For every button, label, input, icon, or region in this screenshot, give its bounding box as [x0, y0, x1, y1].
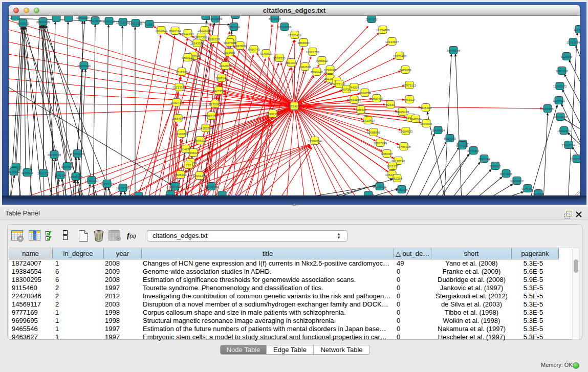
svg-text:9242845: 9242845 [219, 64, 231, 68]
svg-text:20206538: 20206538 [48, 154, 61, 157]
svg-text:2803144: 2803144 [215, 77, 228, 80]
svg-text:9463627: 9463627 [403, 98, 416, 101]
svg-text:19654923: 19654923 [399, 130, 413, 133]
svg-text:9699695: 9699695 [420, 122, 432, 125]
svg-text:15751074: 15751074 [567, 41, 580, 44]
svg-text:10025438: 10025438 [396, 111, 409, 114]
svg-text:1864090: 1864090 [297, 41, 310, 45]
svg-text:12975115: 12975115 [403, 84, 417, 87]
svg-text:16033809: 16033809 [209, 17, 223, 20]
svg-text:924565: 924565 [533, 192, 544, 195]
svg-text:8454749: 8454749 [248, 48, 260, 51]
svg-text:14136141: 14136141 [373, 185, 387, 188]
svg-text:7632621: 7632621 [489, 165, 502, 168]
svg-text:12213967: 12213967 [385, 40, 399, 43]
svg-text:1527602: 1527602 [89, 19, 101, 23]
svg-text:1117364: 1117364 [574, 28, 580, 31]
svg-text:1733426: 1733426 [396, 188, 408, 191]
svg-text:2718126: 2718126 [176, 71, 188, 74]
svg-text:16154808: 16154808 [376, 29, 390, 32]
svg-text:9857791: 9857791 [169, 185, 181, 188]
svg-text:3822037: 3822037 [285, 61, 297, 64]
svg-text:25300235: 25300235 [266, 113, 280, 116]
svg-text:1167533: 1167533 [571, 158, 580, 161]
svg-text:12093572: 12093572 [553, 85, 567, 88]
svg-text:10688609: 10688609 [367, 131, 381, 134]
svg-text:19654944: 19654944 [171, 117, 185, 120]
svg-text:9084067: 9084067 [381, 152, 393, 156]
svg-text:8427552: 8427552 [212, 90, 225, 93]
svg-text:62160: 62160 [386, 103, 395, 106]
svg-text:10654112: 10654112 [510, 180, 524, 183]
svg-text:8990448: 8990448 [311, 71, 323, 74]
svg-text:1292344: 1292344 [164, 193, 177, 196]
svg-text:20691406: 20691406 [36, 20, 50, 24]
svg-text:8471626: 8471626 [500, 172, 512, 176]
svg-text:9827506: 9827506 [195, 36, 207, 39]
svg-text:2342737: 2342737 [37, 172, 50, 175]
svg-text:7625402: 7625402 [175, 173, 187, 177]
svg-text:9245652: 9245652 [521, 187, 534, 190]
svg-text:10973493: 10973493 [393, 55, 407, 58]
svg-text:7955812: 7955812 [316, 59, 328, 62]
svg-text:2935114: 2935114 [478, 158, 491, 161]
svg-text:19106827: 19106827 [175, 133, 189, 136]
svg-text:1905572: 1905572 [17, 22, 29, 25]
svg-text:1145194: 1145194 [55, 174, 67, 177]
svg-text:16648784: 16648784 [447, 49, 461, 52]
svg-text:9329966: 9329966 [560, 55, 573, 58]
svg-text:10961758: 10961758 [306, 51, 320, 54]
svg-text:6877123: 6877123 [456, 144, 468, 147]
svg-text:8960124: 8960124 [169, 30, 181, 33]
svg-text:3915941: 3915941 [9, 170, 20, 173]
svg-text:1615132: 1615132 [386, 165, 399, 168]
svg-text:15720407: 15720407 [361, 119, 375, 122]
svg-text:3875685: 3875685 [223, 51, 235, 54]
svg-text:17359928: 17359928 [71, 152, 84, 156]
svg-text:17957253: 17957253 [85, 179, 99, 182]
svg-text:19756928: 19756928 [397, 145, 411, 148]
svg-text:1156829: 1156829 [21, 171, 34, 174]
svg-text:1649584: 1649584 [409, 118, 422, 121]
svg-text:3997588: 3997588 [61, 165, 73, 168]
svg-text:10958107: 10958107 [100, 183, 114, 186]
svg-text:2367606: 2367606 [234, 45, 246, 48]
svg-text:7357224: 7357224 [228, 26, 240, 29]
svg-text:15716485: 15716485 [205, 185, 219, 188]
svg-text:7485083: 7485083 [399, 69, 411, 72]
svg-text:18807249: 18807249 [374, 142, 387, 145]
svg-text:8912954: 8912954 [182, 32, 194, 35]
svg-text:9474444: 9474444 [467, 149, 480, 152]
svg-text:28226058: 28226058 [198, 29, 212, 32]
svg-text:746206: 746206 [349, 86, 360, 89]
svg-text:1090733: 1090733 [170, 101, 183, 104]
svg-text:15692971: 15692971 [557, 129, 571, 133]
svg-text:7663822: 7663822 [155, 29, 167, 32]
svg-text:9146821: 9146821 [260, 52, 272, 55]
svg-text:157: 157 [186, 164, 191, 167]
svg-text:8215955: 8215955 [541, 107, 554, 111]
svg-text:16671355: 16671355 [129, 22, 143, 25]
svg-text:2588520: 2588520 [273, 57, 286, 60]
svg-text:8267150: 8267150 [205, 115, 217, 118]
svg-text:29053346: 29053346 [77, 64, 91, 68]
svg-text:14353594: 14353594 [199, 127, 213, 130]
svg-text:3624554: 3624554 [359, 92, 371, 95]
svg-text:6794028: 6794028 [324, 69, 336, 72]
svg-text:16543382: 16543382 [190, 42, 204, 45]
svg-text:2087682: 2087682 [365, 18, 378, 21]
svg-text:16782759: 16782759 [116, 187, 130, 190]
svg-text:16914479: 16914479 [193, 174, 207, 178]
svg-text:9115460: 9115460 [420, 106, 432, 110]
svg-text:20364436: 20364436 [347, 99, 361, 102]
svg-text:18724007: 18724007 [288, 105, 301, 108]
svg-text:8813054: 8813054 [269, 17, 281, 20]
svg-text:19218506: 19218506 [278, 26, 292, 29]
svg-text:8186328: 8186328 [208, 38, 220, 41]
svg-text:12505135: 12505135 [69, 176, 83, 179]
svg-text:8878332: 8878332 [194, 139, 206, 142]
svg-text:16210643: 16210643 [554, 116, 568, 119]
svg-text:12213382: 12213382 [172, 86, 186, 89]
svg-text:19384554: 19384554 [308, 140, 322, 143]
svg-text:8938923: 8938923 [444, 137, 456, 140]
